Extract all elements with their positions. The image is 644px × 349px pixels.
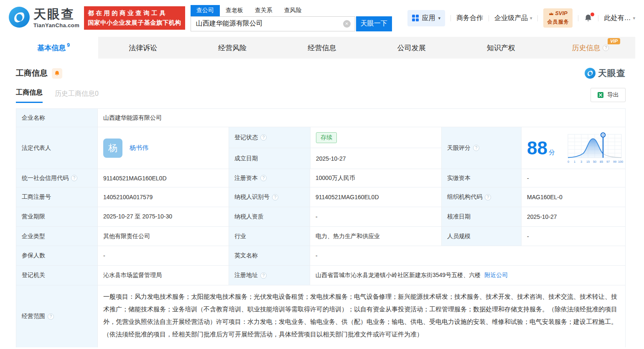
excel-icon: [597, 92, 604, 98]
tianyancha-logo[interactable]: 天眼查 TianYanCha.com: [9, 7, 79, 29]
field-value-paid-capital: -: [521, 169, 625, 187]
tab-label: 经营信息: [308, 43, 336, 53]
field-label-staff-size: 人员规模: [441, 227, 521, 246]
table-row: 经营范围 ? 一般项目：风力发电技术服务；太阳能发电技术服务；光伏发电设备租赁；…: [16, 285, 625, 347]
help-icon[interactable]: ?: [71, 175, 77, 181]
field-label-insured-count: 参保人数: [16, 246, 97, 265]
help-icon[interactable]: ?: [260, 272, 267, 279]
field-value-reg-capital: 10000万人民币: [310, 169, 441, 187]
monitor-bell-icon[interactable]: [52, 68, 62, 79]
tab-label: 历史信息: [572, 43, 600, 53]
help-icon[interactable]: ?: [48, 313, 54, 320]
user-account-menu[interactable]: 此处有… ▾: [604, 14, 635, 23]
table-row: 工商注册号 14052100A017579 纳税人识别号 ? 91140521M…: [16, 187, 625, 207]
field-label-score: 天眼评分 ?: [441, 127, 521, 169]
svg-text:99: 99: [613, 160, 616, 164]
table-row: 企业类型 其他有限责任公司 行业 电力、热力生产和供应业 人员规模 -: [16, 226, 625, 246]
svg-text:97: 97: [606, 160, 610, 164]
field-value-business-term: 2025-10-27 至 2075-10-30: [97, 207, 229, 226]
tab-company-development[interactable]: 公司发展: [367, 37, 456, 59]
field-label-reg-status: 登记状态 ?: [229, 127, 310, 148]
table-row: 法定代表人 杨 杨书伟 登记状态 ? 存续 成立日期 2025-10-2: [16, 127, 625, 169]
tianyancha-swirl-icon: [9, 7, 30, 29]
tab-label: 知识产权: [487, 43, 515, 53]
enterprise-products-menu[interactable]: 企业级产品 ▾: [494, 14, 532, 23]
help-icon[interactable]: ?: [603, 45, 609, 51]
field-value-score: 88分: [521, 127, 625, 169]
export-button[interactable]: 导出: [591, 88, 626, 102]
svg-text:100: 100: [618, 160, 623, 164]
nearby-companies-link[interactable]: 附近公司: [484, 272, 508, 279]
field-label-business-scope: 经营范围 ?: [16, 285, 97, 347]
field-value-business-scope: 一般项目：风力发电技术服务；太阳能发电技术服务；光伏发电设备租赁；发电技术服务；…: [97, 285, 625, 347]
brand-domain: TianYanCha.com: [33, 22, 79, 28]
help-icon[interactable]: ?: [260, 134, 267, 141]
top-header: 天眼查 TianYanCha.com 都在用的商业查询工具 国家中小企业发展子基…: [0, 0, 644, 36]
search-button[interactable]: 天眼一下: [356, 16, 392, 31]
tab-count-badge: 9: [67, 42, 70, 48]
help-icon[interactable]: ?: [473, 145, 479, 151]
field-value-taxpayer-quality: -: [310, 207, 441, 226]
subtab-history-business-info[interactable]: 历史工商信息0: [55, 90, 99, 103]
legal-rep-link[interactable]: 杨书伟: [130, 144, 148, 152]
chevron-down-icon: ▾: [633, 15, 635, 21]
search-input[interactable]: [191, 16, 355, 31]
svip-member-button[interactable]: SVIP 会员服务: [543, 8, 573, 28]
field-label-industry: 行业: [229, 227, 310, 246]
avatar[interactable]: 杨: [103, 139, 122, 158]
chart-x-axis-ticks: 0 1 3 15 50 85 97 99 100: [568, 160, 623, 164]
field-value-taxpayer-id: 91140521MAG160EL0D: [310, 187, 441, 207]
export-label: 导出: [607, 91, 619, 99]
crown-icon: [549, 12, 554, 15]
search-tab-risk[interactable]: 查风险: [278, 5, 308, 16]
subtab-business-info[interactable]: 工商信息: [16, 88, 43, 103]
field-label-company-type: 企业类型: [16, 227, 97, 246]
notification-bell-icon[interactable]: [584, 14, 593, 23]
field-value-industry: 电力、热力生产和供应业: [310, 227, 441, 246]
field-value-insured-count: -: [97, 246, 229, 265]
help-icon[interactable]: ?: [272, 194, 278, 200]
clear-search-icon[interactable]: ✕: [343, 20, 351, 28]
field-value-reg-status: 存续: [310, 127, 441, 148]
tab-intellectual-property[interactable]: 知识产权: [456, 37, 546, 59]
slogan-banner: 都在用的商业查询工具 国家中小企业发展子基金旗下机构: [84, 6, 185, 30]
divider: [598, 15, 598, 21]
search-tab-company[interactable]: 查公司: [191, 5, 220, 16]
tab-legal-proceedings[interactable]: 法律诉讼: [98, 37, 188, 59]
apps-menu[interactable]: 应用 ▾: [407, 10, 445, 26]
tab-basic-info[interactable]: 基本信息 9: [9, 37, 98, 59]
tab-label: 经营风险: [218, 43, 247, 53]
table-row: 参保人数 - 英文名称 -: [16, 246, 625, 265]
field-value-reg-authority: 沁水县市场监督管理局: [97, 266, 229, 285]
field-value-org-code: MAG160EL-0: [521, 187, 625, 207]
slogan-line2: 国家中小企业发展子基金旗下机构: [88, 18, 181, 28]
chevron-down-icon: ▾: [438, 15, 440, 21]
field-value-legal-rep: 杨 杨书伟: [97, 127, 229, 169]
divider: [451, 15, 451, 21]
watermark-brand: 天眼查: [598, 67, 626, 79]
tab-operation-info[interactable]: 经营信息: [277, 37, 367, 59]
svip-label: SVIP: [555, 10, 568, 17]
svg-text:0: 0: [568, 160, 569, 164]
vip-badge: VIP: [608, 38, 620, 44]
tab-label: 基本信息: [37, 43, 66, 53]
field-label-company-name: 企业名称: [16, 109, 97, 127]
enterprise-products-label: 企业级产品: [494, 14, 528, 23]
score-number: 88分: [527, 139, 555, 157]
member-service-label: 会员服务: [547, 19, 569, 25]
table-row: 企业名称 山西建华能源有限公司: [16, 109, 625, 127]
field-label-reg-authority: 登记机关: [16, 266, 97, 285]
help-icon[interactable]: ?: [485, 194, 491, 200]
company-section-tabs: 基本信息 9 法律诉讼 经营风险 经营信息 公司发展 知识产权 VIP 历史信息…: [9, 37, 635, 59]
search-tab-relation[interactable]: 查关系: [249, 5, 278, 16]
tab-operation-risk[interactable]: 经营风险: [188, 37, 277, 59]
table-row: 统一社会信用代码 ? 91140521MAG160EL0D 注册资本 ? 100…: [16, 169, 625, 187]
divider: [537, 15, 538, 21]
svg-text:85: 85: [600, 160, 603, 164]
search-tab-boss[interactable]: 查老板: [220, 5, 249, 16]
tab-history-info[interactable]: VIP 历史信息 ?: [546, 37, 635, 59]
account-label: 此处有…: [604, 14, 631, 23]
business-cooperation-link[interactable]: 商务合作: [456, 14, 483, 23]
field-label-business-term: 营业期限: [16, 207, 97, 226]
help-icon[interactable]: ?: [260, 175, 267, 181]
